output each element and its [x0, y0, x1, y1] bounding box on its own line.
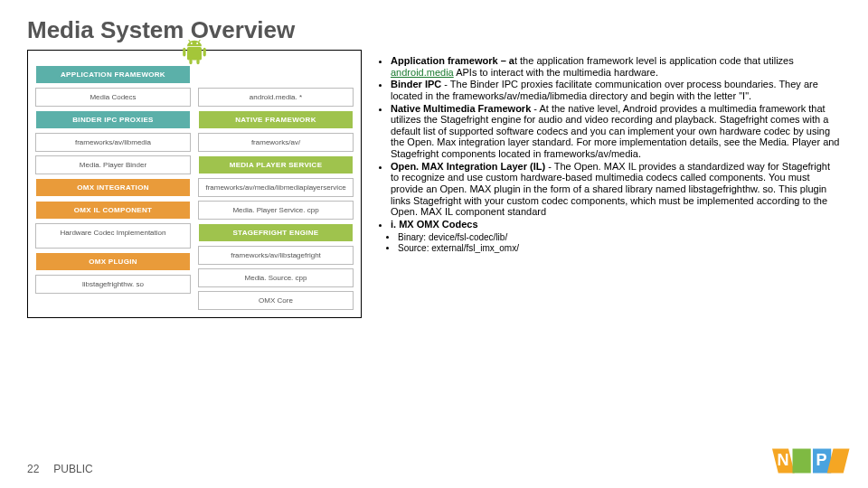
link-android-media[interactable]: android.media	[391, 67, 454, 78]
architecture-diagram: APPLICATION FRAMEWORK Media Codecs BINDE…	[27, 50, 362, 318]
svg-rect-2	[203, 48, 206, 57]
svg-point-8	[196, 42, 198, 44]
bullet-bold: Binder IPC	[391, 79, 441, 89]
sub-bullet-source: Source: external/fsl_imx_omx/	[398, 243, 841, 254]
bullet-imx-omx: i. MX OMX Codecs	[391, 219, 841, 230]
svg-text:N: N	[777, 451, 788, 469]
diagram-right-col: . android.media. * NATIVE FRAMEWORK fram…	[198, 65, 354, 310]
box-omx-il: OMX IL COMPONENT	[35, 201, 191, 220]
sub-bullet-binary: Binary: device/fsl-codec/lib/	[398, 232, 841, 243]
box-omx-integration: OMX INTEGRATION	[35, 178, 191, 197]
bullet-native-framework: Native Multimedia Framework - At the nat…	[391, 103, 841, 160]
svg-point-7	[191, 42, 193, 44]
bullet-bold: Open. MAX Integration Layer (IL)	[391, 161, 545, 172]
box-mps-cpp: Media. Player Service. cpp	[198, 201, 354, 220]
bullet-app-framework: Application framework – at the applicati…	[391, 55, 841, 78]
bullet-openmax-il: Open. MAX Integration Layer (IL) - The O…	[391, 161, 841, 218]
box-omx-plugin: OMX PLUGIN	[35, 252, 191, 271]
box-media-source: Media. Source. cpp	[198, 268, 354, 287]
box-mps-path: frameworks/av/media/libmediaplayerservic…	[198, 178, 354, 197]
svg-rect-3	[189, 60, 192, 65]
box-native-framework: NATIVE FRAMEWORK	[198, 110, 354, 129]
footer: 22 PUBLIC	[27, 463, 93, 475]
svg-rect-4	[196, 60, 199, 65]
diagram-left-col: APPLICATION FRAMEWORK Media Codecs BINDE…	[35, 65, 191, 310]
box-stagefright-path: frameworks/av/libstagefright	[198, 246, 354, 265]
box-media-codecs: Media Codecs	[35, 88, 191, 107]
bullet-binder-ipc: Binder IPC - The Binder IPC proxies faci…	[391, 79, 841, 101]
box-stagefright-engine: STAGEFRIGHT ENGINE	[198, 223, 354, 242]
bullet-bold: Native Multimedia Framework	[391, 103, 531, 114]
bullet-list: Application framework – at the applicati…	[374, 50, 841, 318]
box-libstagefright: libstagefrighthw. so	[35, 275, 191, 294]
svg-text:P: P	[816, 451, 827, 469]
footer-label: PUBLIC	[53, 463, 92, 475]
page-title: Media System Overview	[27, 16, 841, 44]
box-omx-core: OMX Core	[198, 291, 354, 310]
svg-rect-0	[187, 47, 202, 60]
box-android-media: android.media. *	[198, 88, 354, 107]
svg-rect-1	[183, 48, 185, 57]
bullet-text: - The Binder IPC proxies facilitate comm…	[391, 79, 818, 101]
box-binder-ipc: BINDER IPC PROXIES	[35, 110, 191, 129]
content-row: APPLICATION FRAMEWORK Media Codecs BINDE…	[27, 50, 841, 318]
box-libmedia: frameworks/av/libmedia	[35, 133, 191, 152]
sub-bullet-list: Binary: device/fsl-codec/lib/ Source: ex…	[374, 232, 841, 254]
box-media-player-service: MEDIA PLAYER SERVICE	[198, 155, 354, 174]
box-player-binder: Media. Player Binder	[35, 155, 191, 174]
bullet-bold: i. MX OMX Codecs	[391, 219, 478, 230]
bullet-text: t the application framework level is app…	[514, 55, 794, 66]
box-app-framework: APPLICATION FRAMEWORK	[35, 65, 191, 84]
nxp-logo-icon: N P	[772, 443, 854, 479]
page-number: 22	[27, 463, 39, 475]
android-robot-icon	[175, 36, 213, 65]
box-hw-codec: Hardware Codec Implementation	[35, 223, 191, 249]
box-frameworks-av: frameworks/av/	[198, 133, 354, 152]
bullet-bold: Application framework – a	[391, 55, 514, 66]
bullet-text: APIs to interact with the multimedia har…	[454, 67, 658, 78]
